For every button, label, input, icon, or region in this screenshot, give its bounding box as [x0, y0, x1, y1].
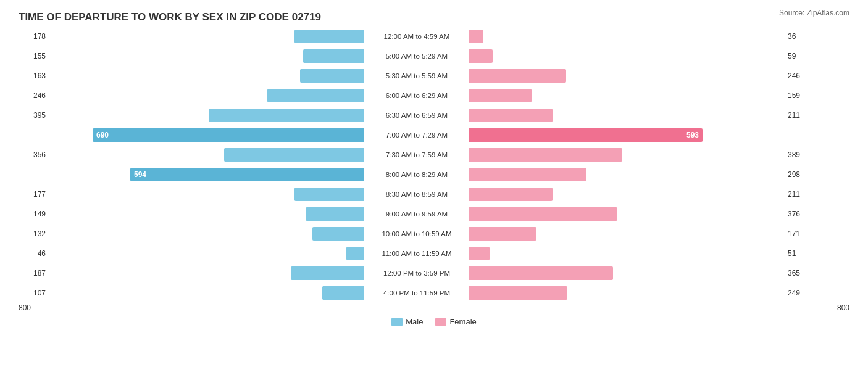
- male-value-label: 187: [19, 269, 49, 278]
- male-value-label: 132: [19, 229, 49, 238]
- male-value-label: 107: [19, 289, 49, 297]
- female-bar: [469, 168, 586, 181]
- female-bar-container: [469, 148, 784, 162]
- table-row: 1555:00 AM to 5:29 AM59: [19, 47, 849, 65]
- male-bar-container: [49, 89, 364, 102]
- male-bar-container: [49, 266, 364, 280]
- female-bar: [469, 49, 493, 63]
- female-bar-container: [469, 168, 784, 181]
- female-value-label: 159: [784, 91, 818, 100]
- female-bar: [469, 207, 617, 221]
- time-label: 6:00 AM to 6:29 AM: [364, 92, 469, 99]
- male-value-label: 149: [19, 210, 49, 218]
- female-value-label: 171: [784, 229, 818, 238]
- female-bar-container: [469, 247, 784, 260]
- axis-labels: 800 800: [19, 303, 849, 312]
- female-bar: [469, 30, 483, 43]
- table-row: 17812:00 AM to 4:59 AM36: [19, 27, 849, 46]
- female-bar-container: [469, 207, 784, 221]
- male-bar-container: [49, 30, 364, 43]
- time-label: 4:00 PM to 11:59 PM: [364, 289, 469, 297]
- male-value-label: 155: [19, 52, 49, 60]
- table-row: 3956:30 AM to 6:59 AM211: [19, 106, 849, 125]
- table-row: 2466:00 AM to 6:29 AM159: [19, 86, 849, 105]
- table-row: 4611:00 AM to 11:59 AM51: [19, 244, 849, 263]
- male-bar-container: 594: [49, 168, 364, 181]
- legend-female-box: [435, 318, 446, 326]
- male-value-label: 395: [19, 111, 49, 120]
- male-bar: [294, 30, 364, 43]
- female-bar-container: [469, 89, 784, 102]
- male-bar-container: [49, 247, 364, 260]
- time-label: 7:30 AM to 7:59 AM: [364, 151, 469, 159]
- female-value-label: 59: [784, 52, 818, 60]
- male-bar-value: 690: [96, 131, 109, 139]
- male-bar: [303, 49, 364, 63]
- female-bar-container: [469, 286, 784, 300]
- female-bar: [469, 188, 553, 201]
- male-bar: 594: [130, 168, 364, 181]
- female-value-label: 365: [784, 269, 818, 278]
- table-row: 1499:00 AM to 9:59 AM376: [19, 205, 849, 223]
- male-bar-container: [49, 69, 364, 83]
- chart-title: TIME OF DEPARTURE TO WORK BY SEX IN ZIP …: [19, 11, 849, 23]
- male-bar-value: 594: [134, 170, 146, 179]
- female-value-label: 211: [784, 190, 818, 199]
- female-bar-container: [469, 69, 784, 83]
- table-row: 13210:00 AM to 10:59 AM171: [19, 225, 849, 243]
- time-label: 9:00 AM to 9:59 AM: [364, 210, 469, 218]
- female-value-label: 246: [784, 72, 818, 80]
- female-bar: [469, 89, 532, 102]
- male-bar: 690: [93, 128, 364, 142]
- female-bar: [469, 148, 622, 162]
- male-bar-container: [49, 207, 364, 221]
- axis-left: 800: [19, 303, 31, 312]
- time-label: 12:00 AM to 4:59 AM: [364, 33, 469, 40]
- table-row: 1074:00 PM to 11:59 PM249: [19, 284, 849, 302]
- female-value-label: 376: [784, 210, 818, 218]
- female-bar: 593: [469, 128, 703, 142]
- male-bar: [300, 69, 364, 83]
- table-row: 18712:00 PM to 3:59 PM365: [19, 264, 849, 282]
- male-bar: [224, 148, 364, 162]
- chart-area: 17812:00 AM to 4:59 AM361555:00 AM to 5:…: [19, 27, 849, 302]
- female-bar-container: [469, 109, 784, 122]
- female-value-label: 298: [784, 170, 818, 179]
- male-bar: [346, 247, 364, 260]
- female-bar-container: [469, 30, 784, 43]
- female-value-label: 36: [784, 32, 818, 41]
- female-bar-container: [469, 227, 784, 241]
- legend: Male Female: [19, 317, 849, 326]
- time-label: 10:00 AM to 10:59 AM: [364, 230, 469, 237]
- male-bar: [209, 109, 364, 122]
- female-value-label: 249: [784, 289, 818, 297]
- male-value-label: 163: [19, 72, 49, 80]
- time-label: 7:00 AM to 7:29 AM: [364, 131, 469, 139]
- table-row: 3567:30 AM to 7:59 AM389: [19, 146, 849, 164]
- female-bar: [469, 247, 490, 260]
- female-bar: [469, 266, 613, 280]
- table-row: 6907:00 AM to 7:29 AM593: [19, 126, 849, 144]
- male-bar: [294, 188, 364, 201]
- female-bar: [469, 69, 566, 83]
- male-value-label: 177: [19, 190, 49, 199]
- source-label: Source: ZipAtlas.com: [779, 9, 849, 17]
- legend-male-box: [391, 318, 403, 326]
- female-bar-container: 593: [469, 128, 784, 142]
- male-bar-container: [49, 49, 364, 63]
- time-label: 12:00 PM to 3:59 PM: [364, 270, 469, 277]
- legend-male-label: Male: [406, 317, 423, 326]
- time-label: 8:30 AM to 8:59 AM: [364, 191, 469, 198]
- time-label: 11:00 AM to 11:59 AM: [364, 250, 469, 257]
- male-bar-container: [49, 109, 364, 122]
- female-bar-container: [469, 188, 784, 201]
- time-label: 5:30 AM to 5:59 AM: [364, 72, 469, 80]
- time-label: 6:30 AM to 6:59 AM: [364, 112, 469, 119]
- time-label: 5:00 AM to 5:29 AM: [364, 52, 469, 60]
- female-bar: [469, 109, 553, 122]
- male-bar-container: [49, 148, 364, 162]
- table-row: 1778:30 AM to 8:59 AM211: [19, 185, 849, 204]
- male-bar-container: [49, 227, 364, 241]
- table-row: 5948:00 AM to 8:29 AM298: [19, 165, 849, 184]
- legend-female: Female: [435, 317, 476, 326]
